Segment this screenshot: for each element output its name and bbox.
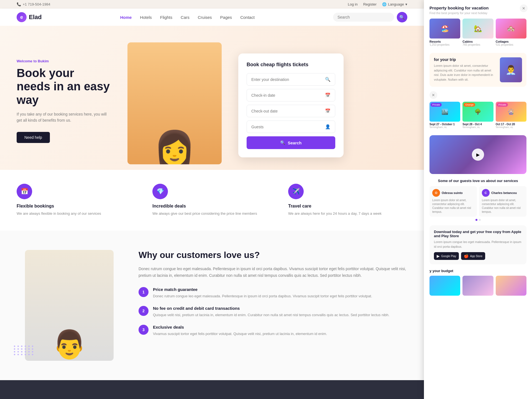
guests-input[interactable]: [251, 125, 325, 129]
why-person-emoji: 👨: [52, 328, 87, 361]
care-title: Travel care: [288, 204, 311, 209]
testimonials-grid: O Odessa suinto Lorem ipsum dolor sit am…: [429, 186, 526, 217]
search-btn-icon: 🔍: [280, 140, 285, 145]
resorts-label: Resorts: [429, 40, 460, 43]
trip-section: for your trip Lorem ipsum dolor sit amet…: [429, 53, 526, 87]
dest-nature-sub: Birmingham, AL: [462, 126, 493, 129]
why-item-2-desc: Quisque velit nisi, pretium ut lacinia i…: [153, 312, 389, 318]
cabins-image: 🏡: [462, 19, 493, 39]
reviewer-1-name: Odessa suinto: [442, 191, 463, 195]
register-link[interactable]: Register: [363, 2, 377, 6]
review-1-text: Lorem ipsum dolor sit amet, consectetur …: [432, 198, 474, 214]
dest-night[interactable]: Private 🎡 Oct 17 - Oct 20 Birmingham, AL: [496, 102, 526, 129]
dots-decoration: [14, 346, 34, 355]
property-cabins[interactable]: 🏡 Cabins 765 properties: [462, 19, 493, 46]
avatar-1: O: [432, 189, 440, 197]
why-description: Donec rutrum congue leo eget malesuada. …: [139, 266, 407, 279]
budget-title: y your budget: [429, 269, 526, 273]
budget-resort[interactable]: [496, 276, 526, 296]
deals-title: Incredible deals: [152, 204, 186, 209]
dest-badge: Private: [431, 103, 442, 107]
trip-text: for your trip Lorem ipsum dolor sit amet…: [434, 57, 497, 82]
why-item-3: 3 Exclusive deals Vivamus suscipit torto…: [139, 325, 407, 337]
logo[interactable]: e Elad: [17, 12, 42, 22]
why-section: 👨 Why our customers love us? Donec rutru…: [0, 231, 424, 380]
destination-field[interactable]: 🔍: [247, 73, 335, 86]
cabins-label: Cabins: [462, 40, 493, 43]
play-button[interactable]: ▶: [472, 149, 484, 161]
dest-city[interactable]: Private 🏙️ Sept 27 - October 1 Birmingha…: [429, 102, 460, 129]
dest-nature[interactable]: Orange 🌳 Sept 28 - Oct 4 Birmingham, AL: [462, 102, 493, 129]
nav-cruises[interactable]: Cruises: [198, 15, 212, 20]
nav-dot-1[interactable]: [475, 219, 477, 221]
language-selector[interactable]: 🌐 Language ▾: [382, 2, 407, 6]
destination-input[interactable]: [251, 77, 325, 82]
close-panel-button[interactable]: ✕: [520, 4, 528, 12]
resorts-image: 🏖️: [429, 19, 460, 39]
testimonial-2: C Charles betancou Lorem ipsum dolor sit…: [479, 186, 526, 217]
property-cottages[interactable]: 🏘️ Cottages 531 properties: [496, 19, 526, 46]
checkin-input[interactable]: [251, 93, 325, 98]
google-play-icon: ▶: [437, 254, 440, 258]
guests-field[interactable]: 👤: [247, 121, 335, 133]
nav-pages[interactable]: Pages: [220, 15, 232, 20]
nav-home[interactable]: Home: [120, 15, 132, 20]
why-number-2: 2: [139, 306, 149, 316]
need-help-button[interactable]: Need help: [17, 132, 50, 143]
avatar-2: C: [482, 189, 490, 197]
checkout-field[interactable]: 📅: [247, 105, 335, 117]
language-label: Language: [388, 2, 404, 6]
search-bar[interactable]: [333, 13, 394, 22]
budget-sea-image: [429, 276, 460, 296]
nav-cars[interactable]: Cars: [181, 15, 190, 20]
property-resorts[interactable]: 🏖️ Resorts 1,253 properties: [429, 19, 460, 46]
search-field-icon: 🔍: [325, 77, 331, 82]
budget-sea[interactable]: [429, 276, 460, 296]
why-content: Why our customers love us? Donec rutrum …: [139, 250, 407, 344]
login-link[interactable]: Log in: [348, 2, 357, 6]
trip-description: Lorem ipsum dolor sit amet, consectetur …: [434, 63, 497, 82]
checkout-input[interactable]: [251, 109, 325, 113]
dest-night-sub: Birmingham, AL: [496, 126, 526, 129]
flexible-desc: We are always flexible in booking any of…: [17, 211, 101, 217]
review-2-text: Lorem ipsum dolor sit amet, consectetur …: [482, 198, 524, 214]
search-input[interactable]: [337, 15, 390, 19]
why-item-1-content: Price match guarantee Donec rutrum congu…: [153, 287, 372, 299]
close-destinations-button[interactable]: ✕: [429, 91, 437, 99]
why-item-3-desc: Vivamus suscipit tortor eget felis portt…: [153, 331, 327, 337]
logo-icon: e: [17, 12, 27, 22]
scenic-photo: ▶: [429, 135, 526, 174]
app-store-button[interactable]: 🍎 App Store: [461, 252, 485, 260]
destinations-section: ✕ Private 🏙️ Sept 27 - October 1 Birming…: [429, 91, 526, 129]
person-emoji: 👩: [154, 131, 195, 164]
testimonials-section: Some of our guests love us about our ser…: [429, 178, 526, 221]
property-grid: 🏖️ Resorts 1,253 properties 🏡 Cabins 765…: [429, 19, 526, 46]
nav-flights[interactable]: Flights: [160, 15, 172, 20]
nav-contact[interactable]: Contact: [240, 15, 255, 20]
google-play-button[interactable]: ▶ Google Play: [434, 252, 459, 260]
cottages-image: 🏘️: [496, 19, 526, 39]
why-item-3-content: Exclusive deals Vivamus suscipit tortor …: [153, 325, 327, 337]
reviewer-2: C Charles betancou: [482, 189, 524, 197]
destinations-grid: Private 🏙️ Sept 27 - October 1 Birmingha…: [429, 102, 526, 129]
logo-letter: e: [20, 14, 23, 20]
nav-hotels[interactable]: Hotels: [140, 15, 152, 20]
feature-care: ✈️ Travel care We are always here for yo…: [288, 184, 407, 217]
why-number-3: 3: [139, 325, 149, 335]
hero-content: Welcome to Bukim Book your needs in an e…: [17, 42, 111, 143]
why-item-1-desc: Donec rutrum congue leo eget malesuada. …: [153, 293, 372, 299]
guests-icon: 👤: [325, 124, 331, 129]
dest-nature-label: Sept 28 - Oct 4: [462, 123, 493, 126]
logo-text: Elad: [29, 14, 42, 21]
hero-image: 👩: [122, 42, 227, 164]
budget-hotel[interactable]: [462, 276, 493, 296]
why-item-2-content: No fee on credit and debit card transact…: [153, 306, 389, 318]
checkin-field[interactable]: 📅: [247, 89, 335, 101]
trip-person-image: 👨‍💼: [500, 57, 522, 82]
booking-search-button[interactable]: 🔍 Search: [247, 136, 335, 149]
nav-dot-2[interactable]: [479, 219, 481, 221]
dest-city-sub: Birmingham, AL: [429, 126, 460, 129]
reviewer-2-name: Charles betancou: [491, 191, 517, 195]
search-button[interactable]: 🔍: [397, 12, 407, 22]
right-panel: ✕ Property booking for vacation Find the…: [424, 0, 532, 399]
